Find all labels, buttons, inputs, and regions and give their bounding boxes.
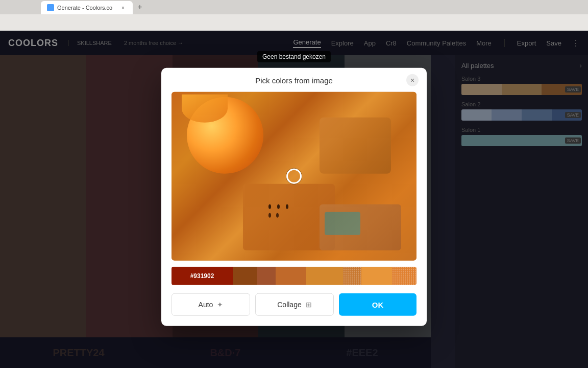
active-tab[interactable]: Generate - Coolors.co ×: [41, 1, 133, 14]
image-container[interactable]: [172, 92, 416, 261]
auto-label: Auto: [199, 301, 213, 309]
color-segment-2[interactable]: [233, 267, 257, 285]
color-bar[interactable]: #931902: [172, 267, 416, 285]
orange-slice-2: [182, 95, 228, 123]
color-segment-3[interactable]: [257, 267, 276, 285]
modal-close-button[interactable]: ×: [406, 74, 419, 86]
collage-button[interactable]: Collage ⊞: [255, 293, 334, 316]
collage-label: Collage: [277, 301, 301, 309]
tooltip: Geen bestand gekozen: [257, 51, 331, 62]
color-segment-8[interactable]: [392, 267, 416, 285]
color-segment-4[interactable]: [276, 267, 306, 285]
color-picker-cursor[interactable]: [286, 169, 302, 184]
tab-bar: Generate - Coolors.co × +: [0, 0, 588, 14]
color-segment-7[interactable]: [361, 267, 392, 285]
sparkle-icon: ✦: [217, 301, 223, 309]
modal-header: Pick colors from image ×: [161, 68, 427, 92]
new-tab-button[interactable]: +: [133, 0, 147, 14]
tab-favicon: [47, 4, 54, 11]
color-segment-1[interactable]: #931902: [172, 267, 233, 285]
modal-pick-colors: Pick colors from image × #931: [161, 68, 427, 326]
auto-button[interactable]: Auto ✦: [172, 293, 250, 316]
seeds-area: [268, 204, 288, 218]
color-segment-6[interactable]: [343, 267, 361, 285]
collage-grid-icon: ⊞: [306, 301, 312, 309]
food-piece-1: [320, 118, 391, 174]
ok-label: OK: [372, 300, 384, 309]
ok-button[interactable]: OK: [339, 293, 416, 316]
modal-title: Pick colors from image: [255, 76, 333, 85]
tab-title: Generate - Coolors.co: [57, 5, 116, 11]
modal-buttons: Auto ✦ Collage ⊞ OK: [172, 293, 416, 316]
teal-accent: [325, 212, 360, 235]
color-segment-5[interactable]: [306, 267, 343, 285]
tab-close-button[interactable]: ×: [119, 4, 127, 11]
